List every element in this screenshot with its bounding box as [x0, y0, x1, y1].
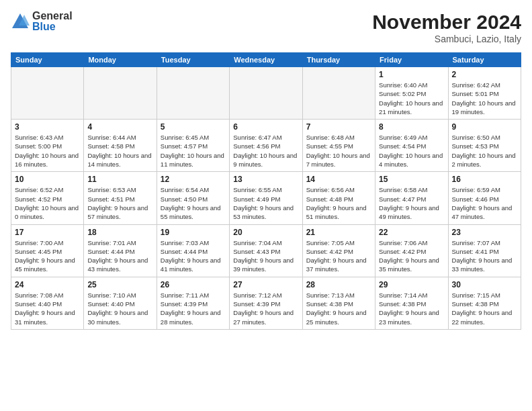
day-info: Sunrise: 6:55 AMSunset: 4:49 PMDaylight:… [233, 185, 298, 221]
calendar-table: SundayMondayTuesdayWednesdayThursdayFrid… [11, 52, 521, 330]
day-number: 24 [15, 280, 80, 289]
weekday-header: Wednesday [230, 53, 302, 67]
calendar-cell: 2Sunrise: 6:42 AMSunset: 5:01 PMDaylight… [448, 67, 521, 120]
calendar-cell: 7Sunrise: 6:48 AMSunset: 4:55 PMDaylight… [302, 120, 375, 172]
calendar-cell: 20Sunrise: 7:04 AMSunset: 4:43 PMDayligh… [230, 224, 302, 277]
calendar-cell: 8Sunrise: 6:49 AMSunset: 4:54 PMDaylight… [375, 120, 448, 172]
page: General Blue November 2024 Sambuci, Lazi… [0, 0, 532, 411]
day-number: 27 [233, 280, 298, 289]
calendar-cell [230, 67, 302, 120]
day-info: Sunrise: 6:58 AMSunset: 4:47 PMDaylight:… [379, 185, 444, 221]
calendar-cell [302, 67, 375, 120]
day-number: 3 [15, 122, 80, 132]
day-info: Sunrise: 7:01 AMSunset: 4:44 PMDaylight:… [87, 238, 152, 274]
day-number: 8 [379, 122, 444, 132]
day-number: 30 [452, 280, 517, 289]
day-number: 15 [379, 175, 444, 184]
calendar-week-row: 1Sunrise: 6:40 AMSunset: 5:02 PMDaylight… [11, 67, 521, 120]
weekday-header: Sunday [11, 53, 84, 67]
calendar-cell: 5Sunrise: 6:45 AMSunset: 4:57 PMDaylight… [157, 120, 229, 172]
day-number: 29 [379, 280, 444, 289]
day-info: Sunrise: 6:56 AMSunset: 4:48 PMDaylight:… [306, 185, 371, 221]
calendar-cell: 16Sunrise: 6:59 AMSunset: 4:46 PMDayligh… [448, 172, 521, 224]
calendar-cell: 3Sunrise: 6:43 AMSunset: 5:00 PMDaylight… [11, 120, 84, 172]
day-number: 22 [379, 228, 444, 237]
calendar-week-row: 17Sunrise: 7:00 AMSunset: 4:45 PMDayligh… [11, 224, 521, 277]
day-info: Sunrise: 6:52 AMSunset: 4:52 PMDaylight:… [15, 185, 80, 221]
calendar-cell: 6Sunrise: 6:47 AMSunset: 4:56 PMDaylight… [230, 120, 302, 172]
day-info: Sunrise: 6:48 AMSunset: 4:55 PMDaylight:… [306, 133, 371, 169]
day-info: Sunrise: 6:43 AMSunset: 5:00 PMDaylight:… [15, 133, 80, 169]
logo-general-text: General [32, 11, 73, 21]
day-number: 10 [15, 175, 80, 184]
day-number: 1 [379, 70, 444, 79]
calendar-cell: 18Sunrise: 7:01 AMSunset: 4:44 PMDayligh… [84, 224, 157, 277]
calendar-cell: 24Sunrise: 7:08 AMSunset: 4:40 PMDayligh… [11, 277, 84, 329]
day-number: 25 [87, 280, 152, 289]
calendar-cell: 30Sunrise: 7:15 AMSunset: 4:38 PMDayligh… [448, 277, 521, 329]
day-number: 7 [306, 122, 371, 132]
day-info: Sunrise: 7:11 AMSunset: 4:39 PMDaylight:… [161, 291, 226, 326]
day-number: 18 [87, 228, 152, 237]
day-number: 5 [161, 122, 226, 132]
day-number: 4 [87, 122, 152, 132]
calendar-cell [157, 67, 229, 120]
weekday-header: Monday [84, 53, 157, 67]
day-number: 28 [306, 280, 371, 289]
calendar-cell: 13Sunrise: 6:55 AMSunset: 4:49 PMDayligh… [230, 172, 302, 224]
weekday-header: Thursday [302, 53, 375, 67]
logo-text: General Blue [32, 11, 73, 32]
day-info: Sunrise: 7:15 AMSunset: 4:38 PMDaylight:… [452, 291, 517, 326]
day-number: 16 [452, 175, 517, 184]
header: General Blue November 2024 Sambuci, Lazi… [11, 11, 521, 44]
calendar-cell: 27Sunrise: 7:12 AMSunset: 4:39 PMDayligh… [230, 277, 302, 329]
day-info: Sunrise: 7:05 AMSunset: 4:42 PMDaylight:… [306, 238, 371, 274]
day-number: 21 [306, 228, 371, 237]
day-info: Sunrise: 6:40 AMSunset: 5:02 PMDaylight:… [379, 81, 444, 116]
day-info: Sunrise: 6:53 AMSunset: 4:51 PMDaylight:… [87, 185, 152, 221]
day-info: Sunrise: 7:06 AMSunset: 4:42 PMDaylight:… [379, 238, 444, 274]
calendar-cell: 19Sunrise: 7:03 AMSunset: 4:44 PMDayligh… [157, 224, 229, 277]
day-number: 6 [233, 122, 298, 132]
day-info: Sunrise: 7:08 AMSunset: 4:40 PMDaylight:… [15, 291, 80, 326]
logo-blue-text: Blue [32, 21, 73, 32]
day-info: Sunrise: 7:07 AMSunset: 4:41 PMDaylight:… [452, 238, 517, 274]
title-block: November 2024 Sambuci, Lazio, Italy [372, 11, 521, 44]
day-info: Sunrise: 7:10 AMSunset: 4:40 PMDaylight:… [87, 291, 152, 326]
logo-icon [11, 12, 30, 31]
day-info: Sunrise: 7:12 AMSunset: 4:39 PMDaylight:… [233, 291, 298, 326]
logo: General Blue [11, 11, 73, 32]
day-info: Sunrise: 7:14 AMSunset: 4:38 PMDaylight:… [379, 291, 444, 326]
calendar-cell: 25Sunrise: 7:10 AMSunset: 4:40 PMDayligh… [84, 277, 157, 329]
day-number: 20 [233, 228, 298, 237]
calendar-cell: 9Sunrise: 6:50 AMSunset: 4:53 PMDaylight… [448, 120, 521, 172]
calendar-week-row: 10Sunrise: 6:52 AMSunset: 4:52 PMDayligh… [11, 172, 521, 224]
day-number: 11 [87, 175, 152, 184]
calendar-cell: 29Sunrise: 7:14 AMSunset: 4:38 PMDayligh… [375, 277, 448, 329]
day-number: 12 [161, 175, 226, 184]
day-info: Sunrise: 7:00 AMSunset: 4:45 PMDaylight:… [15, 238, 80, 274]
calendar-header-row: SundayMondayTuesdayWednesdayThursdayFrid… [11, 53, 521, 67]
day-info: Sunrise: 6:50 AMSunset: 4:53 PMDaylight:… [452, 133, 517, 169]
day-number: 19 [161, 228, 226, 237]
calendar-cell: 15Sunrise: 6:58 AMSunset: 4:47 PMDayligh… [375, 172, 448, 224]
day-info: Sunrise: 6:45 AMSunset: 4:57 PMDaylight:… [161, 133, 226, 169]
day-info: Sunrise: 6:59 AMSunset: 4:46 PMDaylight:… [452, 185, 517, 221]
calendar-cell [11, 67, 84, 120]
day-number: 17 [15, 228, 80, 237]
day-number: 2 [452, 70, 517, 79]
day-number: 26 [161, 280, 226, 289]
calendar-cell: 23Sunrise: 7:07 AMSunset: 4:41 PMDayligh… [448, 224, 521, 277]
calendar-cell: 14Sunrise: 6:56 AMSunset: 4:48 PMDayligh… [302, 172, 375, 224]
calendar-cell: 4Sunrise: 6:44 AMSunset: 4:58 PMDaylight… [84, 120, 157, 172]
day-number: 9 [452, 122, 517, 132]
calendar-cell: 22Sunrise: 7:06 AMSunset: 4:42 PMDayligh… [375, 224, 448, 277]
weekday-header: Tuesday [157, 53, 229, 67]
day-info: Sunrise: 6:49 AMSunset: 4:54 PMDaylight:… [379, 133, 444, 169]
day-info: Sunrise: 7:04 AMSunset: 4:43 PMDaylight:… [233, 238, 298, 274]
calendar-week-row: 24Sunrise: 7:08 AMSunset: 4:40 PMDayligh… [11, 277, 521, 329]
month-title: November 2024 [372, 11, 521, 34]
calendar-cell: 1Sunrise: 6:40 AMSunset: 5:02 PMDaylight… [375, 67, 448, 120]
day-info: Sunrise: 6:44 AMSunset: 4:58 PMDaylight:… [87, 133, 152, 169]
calendar-cell: 12Sunrise: 6:54 AMSunset: 4:50 PMDayligh… [157, 172, 229, 224]
